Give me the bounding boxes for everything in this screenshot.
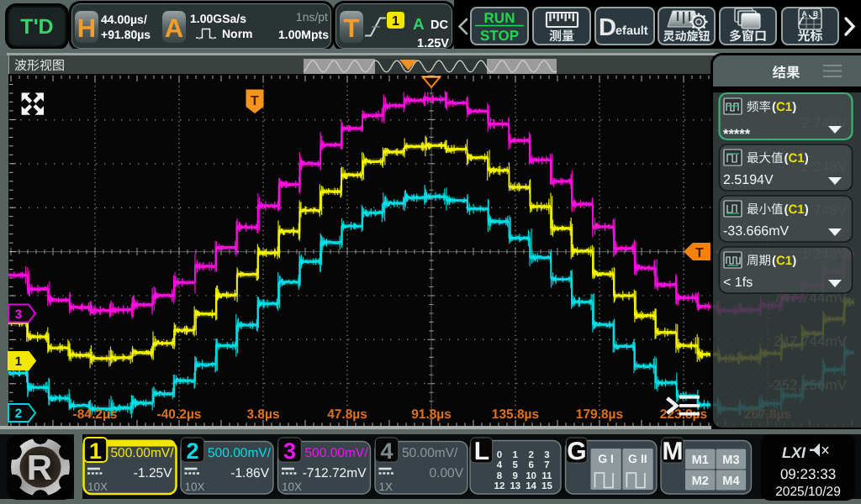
svg-text:11: 11	[541, 471, 552, 481]
svg-text:7: 7	[544, 460, 549, 470]
svg-text:-1.25V: -1.25V	[134, 466, 172, 480]
svg-text:B: B	[813, 9, 818, 18]
svg-text:M3: M3	[722, 454, 739, 467]
svg-text:500.00mV/: 500.00mV/	[111, 446, 175, 460]
svg-text:-712.72mV: -712.72mV	[303, 466, 367, 480]
svg-text:14: 14	[526, 481, 536, 491]
svg-text:5: 5	[513, 460, 519, 470]
svg-text:91.8µs: 91.8µs	[411, 407, 452, 422]
svg-text:M2: M2	[692, 475, 709, 488]
svg-text:09:23:33: 09:23:33	[780, 466, 836, 482]
svg-text:G I: G I	[598, 452, 614, 465]
svg-text:4: 4	[380, 438, 393, 464]
svg-text:9: 9	[513, 471, 518, 481]
svg-text:0: 0	[497, 450, 502, 460]
svg-text:M1: M1	[692, 454, 709, 467]
svg-text:2: 2	[15, 407, 22, 421]
svg-text:1: 1	[89, 438, 102, 464]
svg-text:1X: 1X	[379, 480, 394, 493]
svg-text:2.5194V: 2.5194V	[723, 173, 774, 187]
svg-text:-84.2µs: -84.2µs	[73, 407, 118, 422]
svg-text:6: 6	[528, 460, 533, 470]
svg-text:3: 3	[544, 450, 549, 460]
svg-text:2: 2	[186, 438, 198, 464]
svg-text:3: 3	[15, 307, 22, 322]
svg-text:(C1): (C1)	[772, 100, 796, 114]
svg-text:(C1): (C1)	[784, 202, 809, 217]
svg-text:1: 1	[15, 354, 22, 369]
svg-text:0.00V: 0.00V	[429, 466, 463, 480]
svg-text:15: 15	[541, 481, 552, 491]
svg-text:< 1fs: < 1fs	[723, 276, 753, 290]
svg-text:10: 10	[526, 471, 536, 481]
svg-text:*****: *****	[723, 127, 751, 142]
svg-text:47.8µs: 47.8µs	[327, 407, 367, 422]
svg-text:T: T	[251, 94, 259, 108]
svg-text:10X: 10X	[185, 480, 205, 493]
svg-text:LXI: LXI	[782, 444, 806, 461]
svg-text:500.00mV/: 500.00mV/	[305, 446, 369, 460]
svg-text:L: L	[474, 438, 489, 465]
svg-text:T: T	[695, 246, 704, 260]
svg-text:10X: 10X	[87, 480, 108, 493]
svg-text:12: 12	[494, 481, 505, 491]
svg-text:-40.2µs: -40.2µs	[157, 407, 202, 422]
svg-text:-1.86V: -1.86V	[230, 466, 269, 480]
svg-text:G: G	[567, 438, 586, 465]
svg-text:(C1): (C1)	[772, 254, 796, 268]
svg-text:179.8µs: 179.8µs	[576, 407, 623, 422]
svg-text:500.00mV/: 500.00mV/	[208, 446, 272, 460]
svg-text:G II: G II	[628, 452, 647, 465]
svg-text:A: A	[801, 9, 806, 18]
svg-text:M4: M4	[722, 475, 739, 488]
svg-text:4: 4	[497, 460, 503, 470]
svg-text:3.8µs: 3.8µs	[246, 407, 279, 422]
svg-text:-33.666mV: -33.666mV	[723, 224, 790, 239]
svg-text:R: R	[27, 448, 52, 487]
svg-text:3: 3	[283, 438, 296, 464]
svg-text:1: 1	[513, 450, 519, 460]
svg-text:13: 13	[510, 481, 520, 491]
svg-text:50.00mV/: 50.00mV/	[402, 446, 458, 460]
svg-text:M: M	[663, 438, 684, 465]
svg-text:135.8µs: 135.8µs	[492, 407, 539, 422]
svg-text:2025/10/29: 2025/10/29	[775, 485, 841, 499]
svg-text:10X: 10X	[282, 480, 302, 493]
svg-text:8: 8	[497, 471, 503, 481]
svg-text:(C1): (C1)	[784, 151, 809, 165]
svg-text:2: 2	[528, 450, 533, 460]
